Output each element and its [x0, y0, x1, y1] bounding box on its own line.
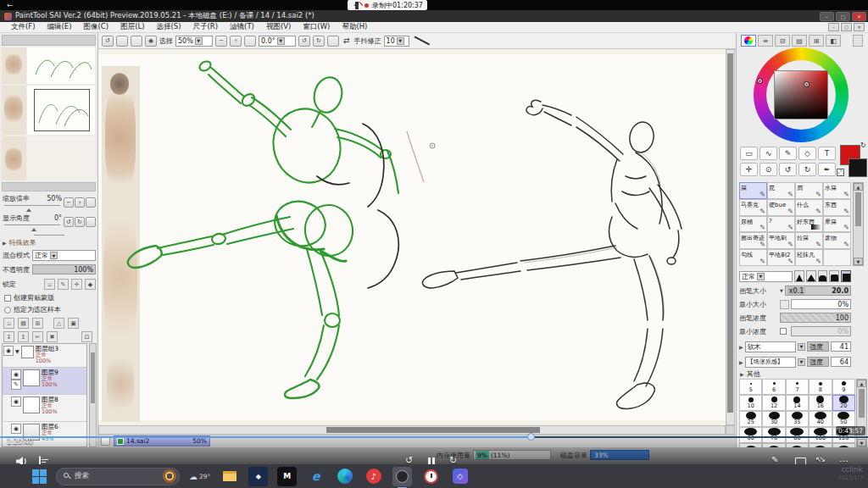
nav-zoom-in-button[interactable]: ＋ [75, 197, 85, 208]
menu-item-filter[interactable]: 滤镜(T) [224, 22, 260, 32]
color-wheel-tab[interactable] [741, 35, 756, 47]
brush-item[interactable]: 马赛克✎ [739, 199, 767, 216]
menu-item-image[interactable]: 图像(C) [78, 22, 115, 32]
brush-size-item[interactable]: 10 [739, 395, 762, 411]
menu-item-view[interactable]: 视图(V) [260, 22, 297, 32]
brush-size-item[interactable]: 60 [739, 427, 762, 443]
undo-icon[interactable]: ↺ [102, 36, 114, 47]
transparent-color-swatch[interactable] [837, 169, 844, 176]
angle-combo[interactable]: 0.0°▼ [259, 36, 296, 47]
brush-item[interactable]: 屎✎ [739, 182, 767, 199]
duplicate-layer-icon[interactable]: ⊞ [32, 318, 43, 329]
new-folder-icon[interactable]: ▤ [18, 318, 29, 329]
visibility-eye-icon[interactable]: ◉ [3, 346, 14, 356]
taskbar-recorder-active[interactable] [392, 467, 412, 486]
brush-size-item[interactable]: 5 [739, 379, 762, 395]
brush-size-item[interactable]: 25 [739, 411, 762, 427]
flip-icon[interactable]: ⇄ [343, 36, 350, 45]
chevron-down-icon[interactable]: ▼ [798, 343, 805, 351]
brush-item[interactable]: 好东西 [795, 216, 823, 233]
density-slider[interactable]: 100 [780, 313, 851, 323]
taskbar-ie[interactable]: e [306, 467, 326, 486]
group-expand-icon[interactable]: ▼ [15, 348, 19, 354]
taskbar-edge[interactable] [335, 467, 354, 486]
chevron-down-icon[interactable]: ▼ [757, 273, 765, 280]
blend-mode-combo[interactable]: 正常▼ [32, 250, 96, 261]
nav-rotate-reset-button[interactable] [86, 217, 96, 227]
visibility-eye-icon[interactable]: ◉ [11, 369, 21, 380]
chevron-down-icon[interactable]: ▼ [277, 37, 285, 45]
taskbar-app-1[interactable]: ◆ [248, 467, 268, 486]
zoom-out-button[interactable]: − [215, 36, 227, 47]
nav-zoom-slider[interactable] [3, 203, 62, 210]
chevron-down-icon[interactable]: ▼ [798, 358, 805, 366]
menu-item-window[interactable]: 窗口(W) [297, 22, 336, 32]
color-bars-tab[interactable]: ≡ [758, 35, 773, 47]
color-sliders-tab[interactable]: ▤ [792, 35, 807, 47]
rotate-ccw-button[interactable]: ↺ [298, 36, 310, 47]
min-density-slider[interactable]: 0% [791, 326, 851, 336]
brush-size-item[interactable]: 12 [762, 395, 785, 411]
brush-size-item[interactable]: 8 [809, 379, 832, 395]
brush-item[interactable]: 水屎✎ [823, 182, 851, 199]
taskbar-music[interactable]: ♪ [364, 467, 383, 486]
menu-item-layer[interactable]: 图层(L) [114, 22, 150, 32]
rotate-reset-button[interactable] [327, 36, 339, 47]
brush-size-item[interactable]: 6 [762, 379, 785, 395]
canvas[interactable] [98, 49, 726, 425]
nav-rotate-cw-button[interactable]: ↻ [75, 217, 85, 227]
brush-size-item[interactable]: 14 [786, 395, 809, 411]
chevron-down-icon[interactable]: ▼ [780, 288, 783, 293]
canvas-hscrollbar[interactable] [98, 425, 726, 435]
rect-select-tool[interactable]: ▭ [740, 147, 758, 160]
brush-item[interactable]: 勾线✎ [739, 249, 767, 266]
visibility-eye-icon[interactable]: ◉ [11, 424, 21, 434]
brush-item[interactable]: 硬bue✎ [767, 199, 795, 216]
brush-size-item[interactable]: 40 [809, 411, 832, 427]
lock-move-icon[interactable]: ✛ [71, 279, 82, 290]
fullscreen-icon[interactable]: ↖↘ [815, 455, 823, 463]
zoom-tool[interactable]: ⊙ [760, 163, 777, 176]
min-size-value[interactable]: 0% [791, 299, 851, 309]
brush-item[interactable]: 屁✎ [767, 182, 795, 199]
brush-size-item[interactable]: 35 [786, 411, 809, 427]
brush-item[interactable]: ?✎ [767, 216, 795, 233]
brush-size-slider[interactable]: x0.1 20.0 [785, 286, 851, 296]
brush-size-item[interactable]: 16 [809, 395, 832, 411]
collapse-icon[interactable]: ▶ [3, 240, 7, 246]
color-mixer-tab[interactable]: ⊟ [775, 35, 790, 47]
ruler-icon[interactable]: △ [53, 318, 64, 329]
layer-row-8[interactable]: ◉ 图层8 正常 100% [3, 395, 86, 422]
color-swatches-tab[interactable]: ⊞ [809, 35, 824, 47]
mask-icon[interactable]: ⊡ [81, 331, 92, 342]
eyedropper-tool[interactable]: ✒ [818, 163, 836, 176]
chevron-down-icon[interactable]: ▼ [50, 252, 58, 259]
canvas-vscrollbar[interactable] [726, 49, 735, 425]
paint-target-icon[interactable]: ✎ [11, 380, 21, 390]
brush-item[interactable]: 屑✎ [795, 182, 823, 199]
clipping-checkbox[interactable] [4, 295, 11, 302]
seek-bar-remaining[interactable] [531, 436, 868, 438]
lasso-tool[interactable]: ∿ [760, 147, 777, 160]
nav-rotate-ccw-button[interactable]: ↺ [64, 217, 74, 227]
selection-source-row[interactable]: 指定为选区样本 [4, 305, 61, 314]
brush-size-item[interactable]: 7 [786, 379, 809, 395]
annotate-pencil-icon[interactable]: ✎ [771, 455, 778, 464]
texture1-combo[interactable]: 软木 [745, 341, 796, 352]
seek-bar-played[interactable] [0, 436, 531, 438]
edge-shape-4[interactable] [829, 270, 839, 282]
texture2-combo[interactable]: 【纸张质感】 [745, 357, 796, 368]
special-effects-row[interactable]: ▶ 特殊效果 [3, 238, 36, 247]
hue-marker[interactable] [757, 78, 763, 84]
chevron-down-icon[interactable]: ▼ [195, 37, 203, 45]
nav-angle-slider[interactable] [3, 223, 62, 230]
brush-item[interactable]: 平地刷2✎ [767, 249, 795, 266]
brush-size-item[interactable]: 9 [832, 379, 855, 395]
text-tool[interactable]: T [818, 147, 836, 160]
brush-item-empty[interactable] [823, 249, 851, 266]
lock-all-icon[interactable]: ◆ [85, 279, 96, 290]
brush-grid-scrollbar[interactable]: ▲▼ [853, 182, 864, 266]
menu-item-ruler[interactable]: 尺子(R) [187, 22, 225, 32]
seek-handle[interactable] [527, 433, 535, 441]
brush-size-item[interactable]: 50 [832, 411, 855, 427]
